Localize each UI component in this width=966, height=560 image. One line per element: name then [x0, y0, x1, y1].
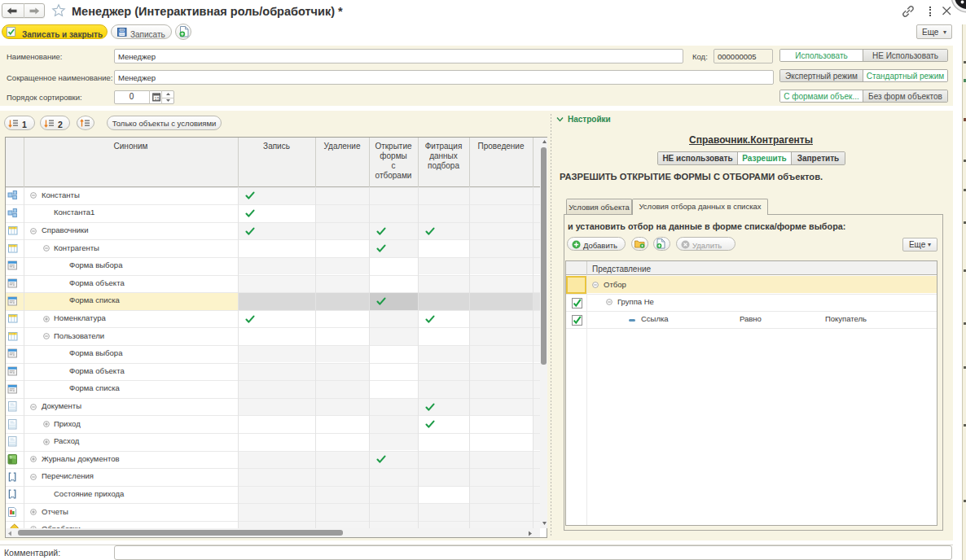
svg-text:15: 15 — [154, 96, 159, 101]
